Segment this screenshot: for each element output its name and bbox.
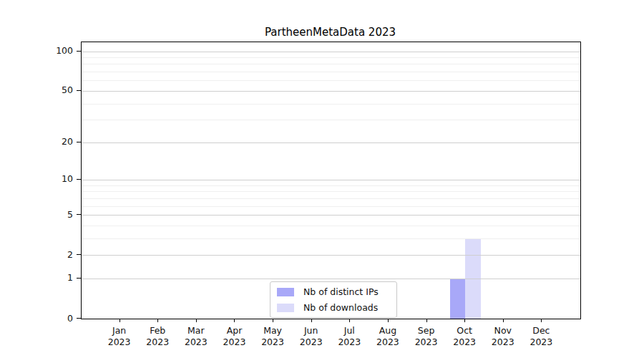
chart-title: PartheenMetaData 2023 [81,26,580,39]
y-tick-label-1: 1 [30,271,73,284]
x-tick-year: 2023 [516,337,566,348]
minor-gridline-40 [82,104,580,105]
minor-gridline-9 [82,185,580,186]
legend-swatch-distinct-ips-icon [277,288,294,296]
y-tick-5 [77,214,81,215]
minor-gridline-7 [82,198,580,199]
plot-area [81,42,581,319]
y-tick-label-5: 5 [30,208,73,221]
x-tick-3 [196,319,197,322]
y-tick-1 [77,278,81,279]
y-tick-label-50: 50 [30,84,73,96]
minor-gridline-4 [82,226,580,226]
minor-gridline-6 [82,206,580,207]
y-tick-label-100: 100 [30,44,73,57]
major-gridline-5 [82,215,580,216]
major-gridline-10 [82,180,580,180]
bar-oct-2023-s0 [450,279,466,319]
major-gridline-1 [82,279,580,279]
y-tick-2 [77,254,81,255]
y-tick-100 [77,51,81,52]
minor-gridline-8 [82,191,580,192]
x-tick-month: Dec [516,325,566,337]
minor-gridline-70 [82,72,580,72]
legend-swatch-downloads-icon [277,304,294,312]
x-tick-4 [234,319,235,322]
chart-figure: PartheenMetaData 2023 Nb of distinct IPs… [0,0,644,358]
y-tick-label-2: 2 [30,248,73,261]
y-tick-20 [77,142,81,142]
major-gridline-100 [82,52,580,52]
y-tick-0 [77,318,81,319]
legend-item-distinct-ips: Nb of distinct IPs [277,286,390,297]
x-tick-12 [541,319,542,322]
legend-item-downloads: Nb of downloads [277,302,390,313]
x-tick-label-dec: Dec2023 [516,325,566,347]
major-gridline-50 [82,91,580,92]
minor-gridline-3 [82,238,580,239]
legend: Nb of distinct IPs Nb of downloads [270,281,397,318]
major-gridline-2 [82,255,580,256]
x-tick-9 [426,319,427,322]
x-tick-10 [464,319,465,322]
legend-label-distinct-ips: Nb of distinct IPs [303,286,379,297]
x-tick-11 [503,319,504,322]
y-tick-label-0: 0 [30,312,73,324]
x-tick-1 [119,319,120,322]
x-tick-2 [157,319,158,322]
y-tick-label-20: 20 [30,135,73,147]
x-tick-8 [388,319,389,322]
y-tick-label-10: 10 [30,173,73,185]
x-tick-7 [349,319,350,322]
minor-gridline-80 [82,64,580,64]
minor-gridline-30 [82,120,580,120]
major-gridline-20 [82,142,580,143]
y-tick-10 [77,179,81,180]
minor-gridline-60 [82,80,580,81]
x-tick-6 [311,319,312,322]
y-tick-50 [77,90,81,91]
minor-gridline-90 [82,57,580,58]
legend-label-downloads: Nb of downloads [303,302,378,313]
x-tick-5 [273,319,273,322]
